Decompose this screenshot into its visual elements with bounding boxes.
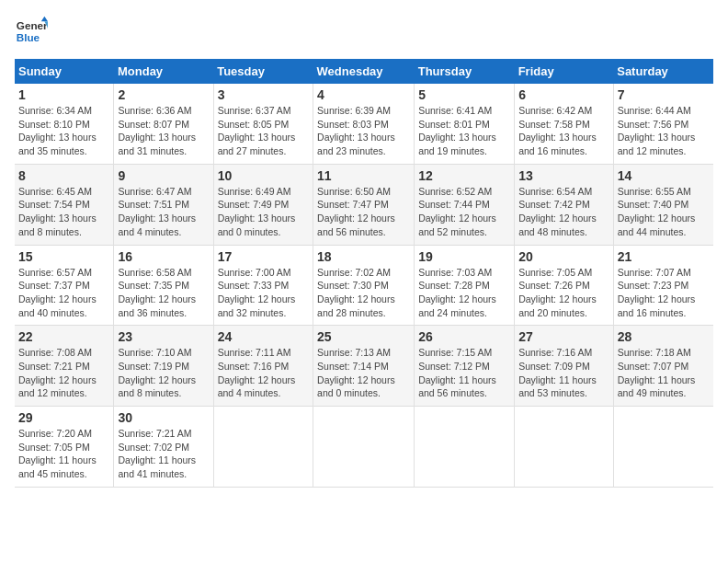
day-cell: 21Sunrise: 7:07 AMSunset: 7:23 PMDayligh… bbox=[613, 245, 713, 326]
day-info: Sunrise: 7:00 AMSunset: 7:33 PMDaylight:… bbox=[218, 266, 309, 320]
day-info: Sunrise: 6:54 AMSunset: 7:42 PMDaylight:… bbox=[518, 185, 609, 239]
day-info: Sunrise: 6:57 AMSunset: 7:37 PMDaylight:… bbox=[18, 266, 109, 320]
day-cell: 16Sunrise: 6:58 AMSunset: 7:35 PMDayligh… bbox=[114, 245, 213, 326]
logo-icon: General Blue bbox=[15, 15, 48, 48]
day-info: Sunrise: 6:55 AMSunset: 7:40 PMDaylight:… bbox=[618, 185, 710, 239]
day-number: 25 bbox=[317, 329, 410, 344]
day-number: 18 bbox=[317, 249, 410, 264]
day-cell bbox=[213, 407, 313, 488]
svg-text:Blue: Blue bbox=[17, 31, 40, 43]
day-info: Sunrise: 6:37 AMSunset: 8:05 PMDaylight:… bbox=[218, 104, 309, 158]
day-cell: 25Sunrise: 7:13 AMSunset: 7:14 PMDayligh… bbox=[313, 326, 415, 407]
day-info: Sunrise: 7:13 AMSunset: 7:14 PMDaylight:… bbox=[317, 346, 410, 400]
day-info: Sunrise: 6:50 AMSunset: 7:47 PMDaylight:… bbox=[317, 185, 410, 239]
day-info: Sunrise: 7:02 AMSunset: 7:30 PMDaylight:… bbox=[317, 266, 410, 320]
header-cell-sunday: Sunday bbox=[15, 59, 114, 84]
day-number: 11 bbox=[317, 168, 410, 183]
day-number: 7 bbox=[618, 87, 710, 102]
day-info: Sunrise: 7:10 AMSunset: 7:19 PMDaylight:… bbox=[118, 346, 209, 400]
day-cell: 13Sunrise: 6:54 AMSunset: 7:42 PMDayligh… bbox=[515, 164, 614, 245]
day-cell: 23Sunrise: 7:10 AMSunset: 7:19 PMDayligh… bbox=[114, 326, 213, 407]
day-info: Sunrise: 7:20 AMSunset: 7:05 PMDaylight:… bbox=[18, 427, 109, 481]
day-cell: 3Sunrise: 6:37 AMSunset: 8:05 PMDaylight… bbox=[213, 84, 313, 164]
day-number: 8 bbox=[18, 168, 109, 183]
day-info: Sunrise: 7:03 AMSunset: 7:28 PMDaylight:… bbox=[418, 266, 510, 320]
day-number: 6 bbox=[518, 87, 609, 102]
day-number: 3 bbox=[218, 87, 309, 102]
header-row: SundayMondayTuesdayWednesdayThursdayFrid… bbox=[15, 59, 713, 84]
header-cell-friday: Friday bbox=[515, 59, 614, 84]
day-number: 16 bbox=[118, 249, 209, 264]
day-cell bbox=[613, 407, 713, 488]
day-info: Sunrise: 7:05 AMSunset: 7:26 PMDaylight:… bbox=[518, 266, 609, 320]
day-cell: 5Sunrise: 6:41 AMSunset: 8:01 PMDaylight… bbox=[415, 84, 515, 164]
day-info: Sunrise: 6:44 AMSunset: 7:56 PMDaylight:… bbox=[618, 104, 710, 158]
header-cell-monday: Monday bbox=[114, 59, 213, 84]
calendar-table: SundayMondayTuesdayWednesdayThursdayFrid… bbox=[15, 59, 713, 488]
day-number: 15 bbox=[18, 249, 109, 264]
day-number: 21 bbox=[618, 249, 710, 264]
day-number: 5 bbox=[418, 87, 510, 102]
day-cell bbox=[515, 407, 614, 488]
day-cell: 1Sunrise: 6:34 AMSunset: 8:10 PMDaylight… bbox=[15, 84, 114, 164]
header-cell-thursday: Thursday bbox=[415, 59, 515, 84]
day-info: Sunrise: 7:18 AMSunset: 7:07 PMDaylight:… bbox=[618, 346, 710, 400]
day-cell: 11Sunrise: 6:50 AMSunset: 7:47 PMDayligh… bbox=[313, 164, 415, 245]
day-cell: 27Sunrise: 7:16 AMSunset: 7:09 PMDayligh… bbox=[515, 326, 614, 407]
day-cell: 7Sunrise: 6:44 AMSunset: 7:56 PMDaylight… bbox=[613, 84, 713, 164]
day-info: Sunrise: 6:34 AMSunset: 8:10 PMDaylight:… bbox=[18, 104, 109, 158]
header-cell-tuesday: Tuesday bbox=[213, 59, 313, 84]
logo: General Blue bbox=[15, 15, 48, 48]
day-number: 13 bbox=[518, 168, 609, 183]
header-cell-wednesday: Wednesday bbox=[313, 59, 415, 84]
day-cell bbox=[313, 407, 415, 488]
day-cell: 18Sunrise: 7:02 AMSunset: 7:30 PMDayligh… bbox=[313, 245, 415, 326]
day-info: Sunrise: 6:52 AMSunset: 7:44 PMDaylight:… bbox=[418, 185, 510, 239]
day-number: 2 bbox=[118, 87, 209, 102]
day-cell: 29Sunrise: 7:20 AMSunset: 7:05 PMDayligh… bbox=[15, 407, 114, 488]
day-number: 23 bbox=[118, 329, 209, 344]
day-number: 9 bbox=[118, 168, 209, 183]
day-number: 17 bbox=[218, 249, 309, 264]
day-cell: 10Sunrise: 6:49 AMSunset: 7:49 PMDayligh… bbox=[213, 164, 313, 245]
day-cell: 2Sunrise: 6:36 AMSunset: 8:07 PMDaylight… bbox=[114, 84, 213, 164]
page-header: General Blue bbox=[15, 15, 713, 48]
day-number: 22 bbox=[18, 329, 109, 344]
day-number: 1 bbox=[18, 87, 109, 102]
week-row-1: 8Sunrise: 6:45 AMSunset: 7:54 PMDaylight… bbox=[15, 164, 713, 245]
day-cell: 14Sunrise: 6:55 AMSunset: 7:40 PMDayligh… bbox=[613, 164, 713, 245]
day-info: Sunrise: 6:39 AMSunset: 8:03 PMDaylight:… bbox=[317, 104, 410, 158]
day-cell: 9Sunrise: 6:47 AMSunset: 7:51 PMDaylight… bbox=[114, 164, 213, 245]
day-cell: 26Sunrise: 7:15 AMSunset: 7:12 PMDayligh… bbox=[415, 326, 515, 407]
day-cell: 30Sunrise: 7:21 AMSunset: 7:02 PMDayligh… bbox=[114, 407, 213, 488]
day-cell: 20Sunrise: 7:05 AMSunset: 7:26 PMDayligh… bbox=[515, 245, 614, 326]
day-cell: 24Sunrise: 7:11 AMSunset: 7:16 PMDayligh… bbox=[213, 326, 313, 407]
day-info: Sunrise: 6:41 AMSunset: 8:01 PMDaylight:… bbox=[418, 104, 510, 158]
day-number: 26 bbox=[418, 329, 510, 344]
day-info: Sunrise: 7:21 AMSunset: 7:02 PMDaylight:… bbox=[118, 427, 209, 481]
day-cell: 28Sunrise: 7:18 AMSunset: 7:07 PMDayligh… bbox=[613, 326, 713, 407]
day-cell: 8Sunrise: 6:45 AMSunset: 7:54 PMDaylight… bbox=[15, 164, 114, 245]
day-info: Sunrise: 6:47 AMSunset: 7:51 PMDaylight:… bbox=[118, 185, 209, 239]
day-cell: 22Sunrise: 7:08 AMSunset: 7:21 PMDayligh… bbox=[15, 326, 114, 407]
day-cell: 15Sunrise: 6:57 AMSunset: 7:37 PMDayligh… bbox=[15, 245, 114, 326]
day-cell: 19Sunrise: 7:03 AMSunset: 7:28 PMDayligh… bbox=[415, 245, 515, 326]
day-number: 29 bbox=[18, 410, 109, 425]
day-cell: 4Sunrise: 6:39 AMSunset: 8:03 PMDaylight… bbox=[313, 84, 415, 164]
day-number: 30 bbox=[118, 410, 209, 425]
day-info: Sunrise: 7:15 AMSunset: 7:12 PMDaylight:… bbox=[418, 346, 510, 400]
day-info: Sunrise: 6:45 AMSunset: 7:54 PMDaylight:… bbox=[18, 185, 109, 239]
day-number: 27 bbox=[518, 329, 609, 344]
day-cell: 17Sunrise: 7:00 AMSunset: 7:33 PMDayligh… bbox=[213, 245, 313, 326]
week-row-2: 15Sunrise: 6:57 AMSunset: 7:37 PMDayligh… bbox=[15, 245, 713, 326]
day-info: Sunrise: 7:16 AMSunset: 7:09 PMDaylight:… bbox=[518, 346, 609, 400]
day-info: Sunrise: 7:08 AMSunset: 7:21 PMDaylight:… bbox=[18, 346, 109, 400]
day-number: 20 bbox=[518, 249, 609, 264]
day-info: Sunrise: 7:07 AMSunset: 7:23 PMDaylight:… bbox=[618, 266, 710, 320]
week-row-3: 22Sunrise: 7:08 AMSunset: 7:21 PMDayligh… bbox=[15, 326, 713, 407]
day-info: Sunrise: 6:42 AMSunset: 7:58 PMDaylight:… bbox=[518, 104, 609, 158]
day-info: Sunrise: 6:49 AMSunset: 7:49 PMDaylight:… bbox=[218, 185, 309, 239]
day-number: 14 bbox=[618, 168, 710, 183]
day-number: 12 bbox=[418, 168, 510, 183]
week-row-0: 1Sunrise: 6:34 AMSunset: 8:10 PMDaylight… bbox=[15, 84, 713, 164]
